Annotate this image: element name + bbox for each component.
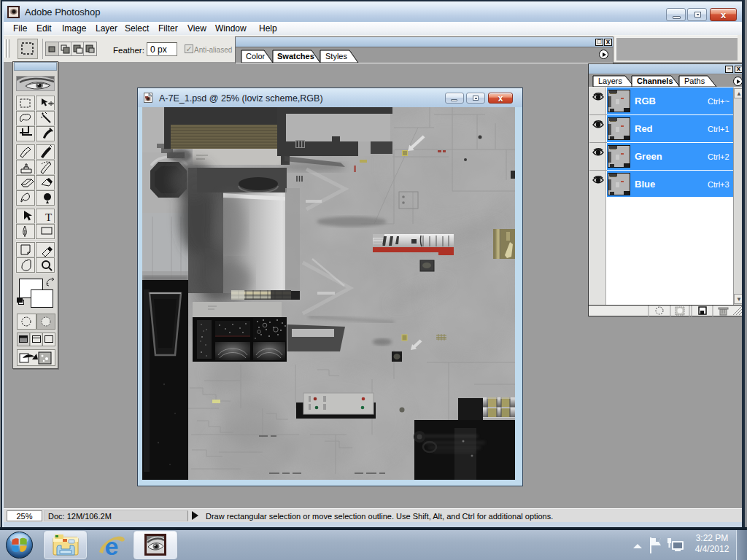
- svg-text:Channels: Channels: [637, 77, 673, 85]
- svg-text:Red: Red: [635, 123, 653, 134]
- svg-text:T: T: [45, 211, 52, 223]
- svg-text:Paths: Paths: [684, 77, 705, 85]
- svg-text:Blue: Blue: [635, 179, 655, 190]
- svg-text:Ctrl+~: Ctrl+~: [708, 97, 729, 106]
- svg-text:Green: Green: [635, 151, 662, 162]
- svg-text:e: e: [105, 532, 119, 560]
- svg-text:RGB: RGB: [635, 96, 656, 106]
- svg-text:Color: Color: [246, 52, 266, 61]
- svg-text:Ctrl+3: Ctrl+3: [708, 180, 729, 189]
- svg-text:Ctrl+1: Ctrl+1: [708, 125, 729, 133]
- svg-text:Ctrl+2: Ctrl+2: [708, 152, 729, 161]
- svg-text:Layers: Layers: [598, 77, 623, 85]
- svg-text:Swatches: Swatches: [277, 52, 314, 61]
- svg-text:Styles: Styles: [325, 52, 347, 61]
